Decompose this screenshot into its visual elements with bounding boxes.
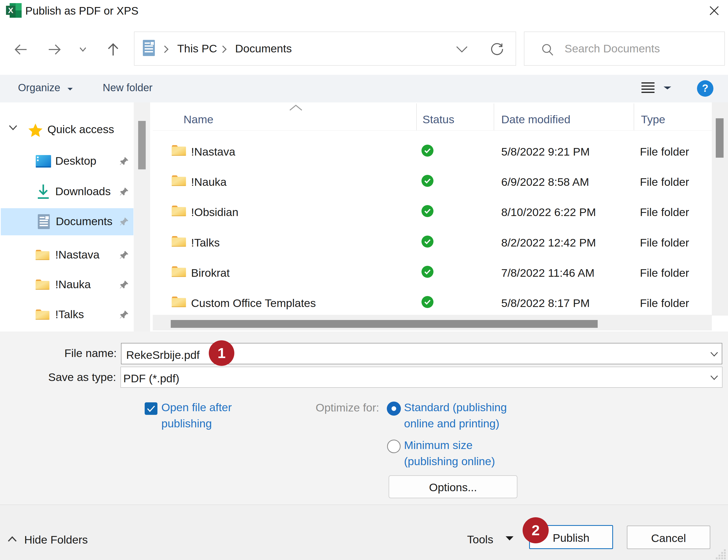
svg-text:X: X: [8, 6, 13, 15]
